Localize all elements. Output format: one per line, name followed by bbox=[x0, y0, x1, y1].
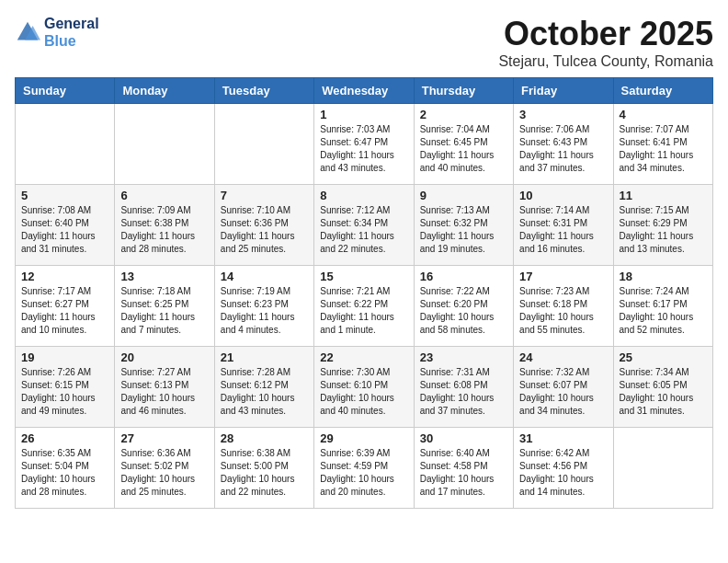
day-number: 16 bbox=[420, 270, 507, 283]
day-info: Sunrise: 7:12 AM Sunset: 6:34 PM Dayligh… bbox=[320, 204, 407, 256]
day-number: 19 bbox=[21, 350, 108, 364]
day-info: Sunrise: 7:24 AM Sunset: 6:17 PM Dayligh… bbox=[620, 285, 707, 337]
day-number: 9 bbox=[420, 189, 507, 202]
weekday-header: Monday bbox=[115, 78, 214, 104]
logo-text-line1: General bbox=[44, 15, 99, 32]
day-info: Sunrise: 7:04 AM Sunset: 6:45 PM Dayligh… bbox=[420, 123, 507, 175]
calendar-cell: 14Sunrise: 7:19 AM Sunset: 6:23 PM Dayli… bbox=[214, 266, 313, 347]
calendar-cell: 18Sunrise: 7:24 AM Sunset: 6:17 PM Dayli… bbox=[613, 266, 712, 347]
calendar-week-row: 12Sunrise: 7:17 AM Sunset: 6:27 PM Dayli… bbox=[16, 266, 713, 347]
calendar-cell: 2Sunrise: 7:04 AM Sunset: 6:45 PM Daylig… bbox=[414, 104, 513, 185]
logo-icon bbox=[15, 19, 40, 45]
day-info: Sunrise: 6:38 AM Sunset: 5:00 PM Dayligh… bbox=[221, 447, 308, 499]
calendar-cell: 24Sunrise: 7:32 AM Sunset: 6:07 PM Dayli… bbox=[514, 347, 613, 428]
day-info: Sunrise: 7:14 AM Sunset: 6:31 PM Dayligh… bbox=[519, 204, 607, 256]
day-info: Sunrise: 7:27 AM Sunset: 6:13 PM Dayligh… bbox=[120, 366, 208, 418]
day-number: 24 bbox=[519, 350, 607, 364]
day-info: Sunrise: 7:32 AM Sunset: 6:07 PM Dayligh… bbox=[519, 366, 607, 418]
day-info: Sunrise: 7:13 AM Sunset: 6:32 PM Dayligh… bbox=[420, 204, 507, 256]
day-info: Sunrise: 7:15 AM Sunset: 6:29 PM Dayligh… bbox=[620, 204, 707, 256]
calendar-cell: 19Sunrise: 7:26 AM Sunset: 6:15 PM Dayli… bbox=[16, 347, 115, 428]
day-number: 23 bbox=[420, 350, 507, 364]
day-info: Sunrise: 7:30 AM Sunset: 6:10 PM Dayligh… bbox=[320, 366, 407, 418]
calendar-cell: 8Sunrise: 7:12 AM Sunset: 6:34 PM Daylig… bbox=[314, 185, 414, 266]
calendar-week-row: 19Sunrise: 7:26 AM Sunset: 6:15 PM Dayli… bbox=[16, 347, 713, 428]
day-number: 27 bbox=[120, 431, 208, 445]
calendar-cell bbox=[115, 104, 214, 185]
day-info: Sunrise: 7:31 AM Sunset: 6:08 PM Dayligh… bbox=[420, 366, 507, 418]
calendar-cell: 7Sunrise: 7:10 AM Sunset: 6:36 PM Daylig… bbox=[214, 185, 313, 266]
day-number: 1 bbox=[320, 108, 407, 121]
day-info: Sunrise: 7:09 AM Sunset: 6:38 PM Dayligh… bbox=[120, 204, 208, 256]
day-info: Sunrise: 7:06 AM Sunset: 6:43 PM Dayligh… bbox=[519, 123, 607, 175]
day-number: 17 bbox=[519, 270, 607, 283]
day-number: 10 bbox=[519, 189, 607, 202]
day-number: 30 bbox=[420, 431, 507, 445]
weekday-header-row: SundayMondayTuesdayWednesdayThursdayFrid… bbox=[16, 78, 713, 104]
logo-text-line2: Blue bbox=[44, 32, 99, 50]
day-info: Sunrise: 6:35 AM Sunset: 5:04 PM Dayligh… bbox=[21, 447, 108, 499]
calendar-cell: 4Sunrise: 7:07 AM Sunset: 6:41 PM Daylig… bbox=[613, 104, 712, 185]
day-number: 28 bbox=[221, 431, 308, 445]
calendar-cell bbox=[214, 104, 313, 185]
day-info: Sunrise: 7:18 AM Sunset: 6:25 PM Dayligh… bbox=[120, 285, 208, 337]
day-info: Sunrise: 7:19 AM Sunset: 6:23 PM Dayligh… bbox=[221, 285, 308, 337]
calendar-cell: 29Sunrise: 6:39 AM Sunset: 4:59 PM Dayli… bbox=[314, 428, 414, 509]
location-title: Stejaru, Tulcea County, Romania bbox=[498, 53, 713, 70]
calendar-cell: 5Sunrise: 7:08 AM Sunset: 6:40 PM Daylig… bbox=[16, 185, 115, 266]
day-info: Sunrise: 7:03 AM Sunset: 6:47 PM Dayligh… bbox=[320, 123, 407, 175]
calendar-week-row: 5Sunrise: 7:08 AM Sunset: 6:40 PM Daylig… bbox=[16, 185, 713, 266]
day-number: 15 bbox=[320, 270, 407, 283]
calendar-cell: 16Sunrise: 7:22 AM Sunset: 6:20 PM Dayli… bbox=[414, 266, 513, 347]
day-info: Sunrise: 6:39 AM Sunset: 4:59 PM Dayligh… bbox=[320, 447, 407, 499]
day-info: Sunrise: 7:10 AM Sunset: 6:36 PM Dayligh… bbox=[221, 204, 308, 256]
day-info: Sunrise: 7:26 AM Sunset: 6:15 PM Dayligh… bbox=[21, 366, 108, 418]
calendar-cell: 20Sunrise: 7:27 AM Sunset: 6:13 PM Dayli… bbox=[115, 347, 214, 428]
day-number: 3 bbox=[519, 108, 607, 121]
day-info: Sunrise: 7:34 AM Sunset: 6:05 PM Dayligh… bbox=[620, 366, 707, 418]
calendar-cell: 30Sunrise: 6:40 AM Sunset: 4:58 PM Dayli… bbox=[414, 428, 513, 509]
calendar-cell: 15Sunrise: 7:21 AM Sunset: 6:22 PM Dayli… bbox=[314, 266, 414, 347]
day-info: Sunrise: 7:17 AM Sunset: 6:27 PM Dayligh… bbox=[21, 285, 108, 337]
calendar-cell: 6Sunrise: 7:09 AM Sunset: 6:38 PM Daylig… bbox=[115, 185, 214, 266]
day-info: Sunrise: 6:36 AM Sunset: 5:02 PM Dayligh… bbox=[120, 447, 208, 499]
day-number: 18 bbox=[620, 270, 707, 283]
day-number: 20 bbox=[120, 350, 208, 364]
day-number: 6 bbox=[120, 189, 208, 202]
calendar-cell: 26Sunrise: 6:35 AM Sunset: 5:04 PM Dayli… bbox=[16, 428, 115, 509]
calendar-cell: 27Sunrise: 6:36 AM Sunset: 5:02 PM Dayli… bbox=[115, 428, 214, 509]
day-number: 12 bbox=[21, 270, 108, 283]
weekday-header: Friday bbox=[514, 78, 613, 104]
page-header: General Blue October 2025 Stejaru, Tulce… bbox=[15, 15, 713, 70]
day-number: 29 bbox=[320, 431, 407, 445]
calendar-cell: 23Sunrise: 7:31 AM Sunset: 6:08 PM Dayli… bbox=[414, 347, 513, 428]
weekday-header: Sunday bbox=[16, 78, 115, 104]
calendar-cell: 31Sunrise: 6:42 AM Sunset: 4:56 PM Dayli… bbox=[514, 428, 613, 509]
day-number: 31 bbox=[519, 431, 607, 445]
day-number: 11 bbox=[620, 189, 707, 202]
calendar-cell: 28Sunrise: 6:38 AM Sunset: 5:00 PM Dayli… bbox=[214, 428, 313, 509]
calendar-cell: 11Sunrise: 7:15 AM Sunset: 6:29 PM Dayli… bbox=[613, 185, 712, 266]
day-info: Sunrise: 7:07 AM Sunset: 6:41 PM Dayligh… bbox=[620, 123, 707, 175]
calendar-cell: 1Sunrise: 7:03 AM Sunset: 6:47 PM Daylig… bbox=[314, 104, 414, 185]
calendar-cell: 22Sunrise: 7:30 AM Sunset: 6:10 PM Dayli… bbox=[314, 347, 414, 428]
day-number: 14 bbox=[221, 270, 308, 283]
calendar-cell bbox=[613, 428, 712, 509]
day-number: 4 bbox=[620, 108, 707, 121]
logo: General Blue bbox=[15, 15, 99, 50]
day-number: 13 bbox=[120, 270, 208, 283]
weekday-header: Saturday bbox=[613, 78, 712, 104]
day-number: 5 bbox=[21, 189, 108, 202]
calendar-cell: 12Sunrise: 7:17 AM Sunset: 6:27 PM Dayli… bbox=[16, 266, 115, 347]
calendar-cell: 3Sunrise: 7:06 AM Sunset: 6:43 PM Daylig… bbox=[514, 104, 613, 185]
day-number: 21 bbox=[221, 350, 308, 364]
calendar-cell: 25Sunrise: 7:34 AM Sunset: 6:05 PM Dayli… bbox=[613, 347, 712, 428]
title-block: October 2025 Stejaru, Tulcea County, Rom… bbox=[498, 15, 713, 70]
day-info: Sunrise: 7:21 AM Sunset: 6:22 PM Dayligh… bbox=[320, 285, 407, 337]
day-info: Sunrise: 7:08 AM Sunset: 6:40 PM Dayligh… bbox=[21, 204, 108, 256]
calendar-cell: 9Sunrise: 7:13 AM Sunset: 6:32 PM Daylig… bbox=[414, 185, 513, 266]
calendar-cell: 21Sunrise: 7:28 AM Sunset: 6:12 PM Dayli… bbox=[214, 347, 313, 428]
day-info: Sunrise: 7:22 AM Sunset: 6:20 PM Dayligh… bbox=[420, 285, 507, 337]
day-number: 22 bbox=[320, 350, 407, 364]
day-number: 8 bbox=[320, 189, 407, 202]
